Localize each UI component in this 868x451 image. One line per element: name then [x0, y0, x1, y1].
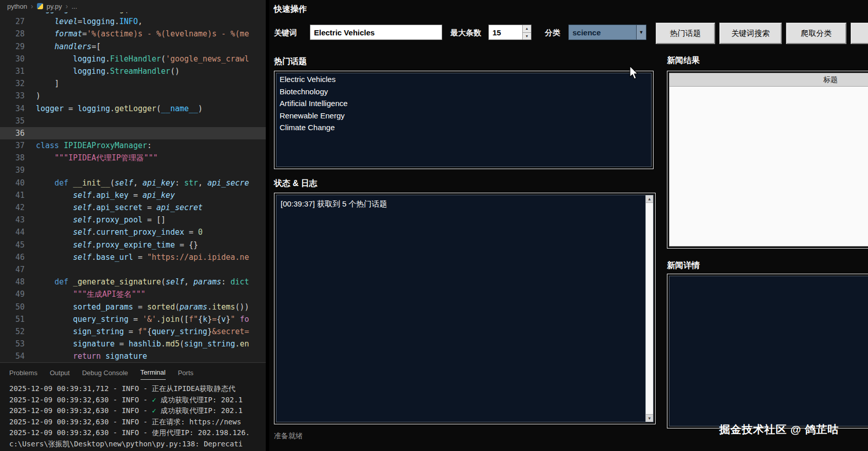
code-line[interactable]: 44 self.current_proxy_index = 0 [0, 226, 266, 238]
max-count-spinner[interactable]: 15 ▲ ▼ [488, 25, 531, 40]
title-column-header[interactable]: 标题 [823, 75, 838, 85]
code-line[interactable]: 30 logging.FileHandler('google_news_craw… [0, 53, 266, 65]
code-line[interactable]: 35 [0, 115, 266, 127]
news-table-header[interactable]: 标题 [669, 73, 868, 87]
code-line[interactable]: 32 ] [0, 77, 266, 90]
line-number: 29 [0, 40, 25, 53]
line-number: 28 [0, 28, 25, 40]
code-line[interactable]: 50 sorted_params = sorted(params.items()… [0, 301, 266, 313]
line-number: 30 [0, 53, 25, 65]
code-line[interactable]: 34logger = logging.getLogger(__name__) [0, 102, 266, 115]
scrollbar-thumb[interactable] [646, 203, 653, 414]
code-line[interactable]: 47 [0, 263, 266, 276]
code-line[interactable]: 38 """IPIDEA代理IP管理器""" [0, 152, 266, 164]
line-number: 51 [0, 313, 25, 325]
code-line[interactable]: 40 def __init__(self, api_key: str, api_… [0, 177, 266, 189]
topic-list-item[interactable]: Climate Change [277, 121, 651, 134]
line-number: 32 [0, 77, 25, 90]
line-number: 36 [0, 127, 25, 139]
code-line[interactable]: 31 logging.StreamHandler() [0, 65, 266, 77]
chevron-right-icon: › [31, 2, 33, 10]
line-number: 40 [0, 177, 25, 189]
spinner-arrows: ▲ ▼ [522, 25, 531, 39]
code-line[interactable]: 36 [0, 127, 266, 139]
line-number: 49 [0, 288, 25, 300]
line-number: 41 [0, 189, 25, 201]
code-line[interactable]: 28 format='%(asctime)s - %(levelname)s -… [0, 28, 266, 40]
code-line[interactable]: 49 """生成API签名""" [0, 288, 266, 300]
scroll-up-icon[interactable]: ▲ [646, 195, 653, 203]
terminal-line: 2025-12-09 00:39:32,630 - INFO - ✓ 成功获取代… [9, 405, 266, 417]
news-detail-textarea[interactable] [669, 276, 868, 426]
line-number: 43 [0, 214, 25, 226]
terminal-line: 2025-12-09 00:39:31,712 - INFO - 正在从IPID… [9, 383, 266, 395]
breadcrumb-file[interactable]: py.py [47, 3, 62, 10]
line-number: 33 [0, 90, 25, 102]
line-number: 46 [0, 251, 25, 263]
code-line[interactable]: 43 self.proxy_pool = [] [0, 214, 266, 226]
code-line[interactable]: 45 self.proxy_expire_time = {} [0, 239, 266, 251]
topic-list-item[interactable]: Biotechnology [277, 86, 651, 98]
panel-tab-output[interactable]: Output [50, 365, 70, 380]
terminal-line: 2025-12-09 00:39:32,630 - INFO - ✓ 成功获取代… [9, 395, 266, 406]
line-number: 35 [0, 115, 25, 127]
line-number: 37 [0, 139, 25, 152]
line-number: 54 [0, 350, 25, 362]
log-frame: [00:39:37] 获取到 5 个热门话题 ▲ ▼ [274, 193, 656, 424]
terminal-line: 2025-12-09 00:39:32,630 - INFO - 正在请求: h… [9, 417, 266, 428]
panel-tab-debug-console[interactable]: Debug Console [82, 365, 128, 380]
scroll-down-icon[interactable]: ▼ [646, 414, 653, 422]
terminal-output[interactable]: 2025-12-09 00:39:31,712 - INFO - 正在从IPID… [9, 383, 266, 449]
panel-tab-terminal[interactable]: Terminal [141, 364, 166, 380]
code-line[interactable]: 29 handlers=[ [0, 40, 266, 53]
chevron-right-icon: › [66, 2, 68, 10]
topic-list-item[interactable]: Artificial Intelligence [277, 97, 651, 110]
section-quick-actions: 快速操作 [274, 4, 307, 15]
line-number: 48 [0, 276, 25, 288]
code-line[interactable]: 42 self.api_secret = api_secret [0, 201, 266, 214]
code-line[interactable]: 27 level=logging.INFO, [0, 15, 266, 28]
breadcrumb: python › py.py › ... [0, 0, 266, 12]
crawl-category-button[interactable]: 爬取分类 [786, 23, 846, 44]
keyword-input[interactable] [310, 25, 442, 40]
code-line[interactable]: 52 sign_string = f"{query_string}&secret… [0, 325, 266, 338]
code-line[interactable]: 48 def _generate_signature(self, params:… [0, 276, 266, 288]
line-number: 47 [0, 263, 25, 276]
panel-tabs: ProblemsOutputDebug ConsoleTerminalPorts [0, 363, 266, 381]
log-line: [00:39:37] 获取到 5 个热门话题 [281, 198, 643, 210]
section-news-results: 新闻结果 [667, 55, 700, 66]
topics-listbox[interactable]: Electric VehiclesBiotechnologyArtificial… [276, 73, 652, 167]
breadcrumb-folder[interactable]: python [7, 3, 27, 10]
hot-topics-button[interactable]: 热门话题 [656, 23, 715, 44]
news-detail-frame [667, 274, 868, 428]
clipped-edge-button[interactable] [851, 23, 868, 44]
max-count-value: 15 [489, 25, 522, 39]
panel-tab-ports[interactable]: Ports [178, 365, 193, 380]
log-textarea[interactable]: [00:39:37] 获取到 5 个热门话题 ▲ ▼ [276, 195, 654, 422]
topic-list-item[interactable]: Renewable Energy [277, 110, 651, 122]
panel-tab-problems[interactable]: Problems [9, 365, 37, 380]
topic-list-item[interactable]: Electric Vehicles [277, 73, 651, 86]
code-line[interactable]: 46 self.base_url = "https://api.ipidea.n… [0, 251, 266, 263]
terminal-line: 2025-12-09 00:39:32,630 - INFO - 使用代理IP:… [9, 427, 266, 439]
code-line[interactable]: 41 self.api_key = api_key [0, 189, 266, 201]
code-line[interactable]: 37class IPIDEAProxyManager: [0, 139, 266, 152]
section-hot-topics: 热门话题 [274, 56, 307, 67]
code-line[interactable]: 54 return signature [0, 350, 266, 362]
line-number: 27 [0, 15, 25, 28]
spin-down-icon[interactable]: ▼ [523, 33, 531, 40]
spin-up-icon[interactable]: ▲ [523, 25, 531, 33]
breadcrumb-more[interactable]: ... [72, 3, 77, 10]
code-line[interactable]: 53 signature = hashlib.md5(sign_string.e… [0, 338, 266, 350]
code-line[interactable]: 39 [0, 164, 266, 176]
code-line[interactable]: 33) [0, 90, 266, 102]
category-dropdown[interactable]: science ▼ [568, 25, 646, 40]
line-number: 50 [0, 301, 25, 313]
python-file-icon [37, 3, 43, 9]
line-number: 45 [0, 239, 25, 251]
chevron-down-icon[interactable]: ▼ [636, 25, 646, 39]
keyword-search-button[interactable]: 关键词搜索 [719, 23, 782, 44]
code-line[interactable]: 51 query_string = '&'.join([f"{k}={v}" f… [0, 313, 266, 325]
log-scrollbar[interactable]: ▲ ▼ [645, 195, 653, 422]
category-selected-value: science [569, 25, 636, 39]
